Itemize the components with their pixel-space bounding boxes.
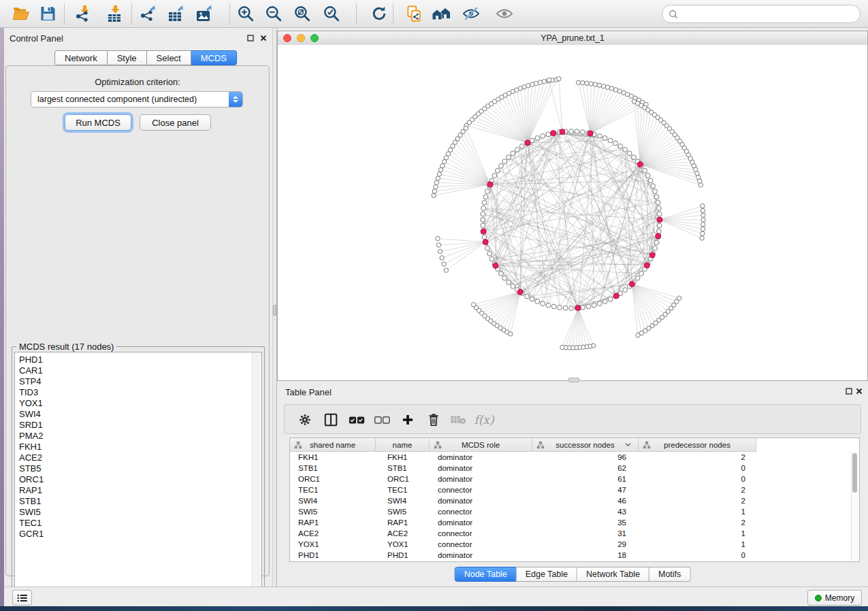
horizontal-splitter-grip[interactable]: [568, 378, 579, 382]
tab-style[interactable]: Style: [108, 50, 147, 65]
mcds-result-item[interactable]: FKH1: [15, 442, 252, 452]
vertical-splitter[interactable]: [272, 28, 277, 587]
run-mcds-button[interactable]: Run MCDS: [65, 114, 131, 131]
search-field[interactable]: [662, 5, 861, 23]
zoom-fit-icon[interactable]: [291, 3, 314, 24]
zoom-in-icon[interactable]: [234, 3, 257, 24]
import-table-icon[interactable]: [103, 3, 127, 24]
tab-mcds[interactable]: MCDS: [191, 50, 237, 65]
table-cell: STB1: [290, 463, 376, 474]
table-scrollbar-thumb[interactable]: [852, 453, 857, 493]
export-image-icon[interactable]: [193, 3, 216, 24]
fx-label: f(x): [474, 413, 494, 427]
table-row[interactable]: FKH1FKH1dominator962: [290, 452, 859, 463]
table-cell: TEC1: [290, 484, 376, 495]
table-cell: dominator: [430, 452, 532, 463]
mcds-result-item[interactable]: TEC1: [15, 518, 252, 529]
tab-network[interactable]: Network: [54, 50, 108, 65]
mcds-result-item[interactable]: SWI5: [15, 507, 252, 518]
mcds-result-listbox[interactable]: PHD1CAR1STP4TID3YOX1SWI4SRD1PMA2FKH1ACE2…: [14, 352, 262, 602]
tab-network-table[interactable]: Network Table: [577, 567, 649, 582]
mcds-result-item[interactable]: RAP1: [15, 485, 252, 496]
export-table-icon[interactable]: [165, 3, 189, 24]
tab-edge-table[interactable]: Edge Table: [517, 567, 577, 582]
zoom-out-icon[interactable]: [262, 3, 285, 24]
table-row[interactable]: TEC1TEC1connector472: [290, 484, 859, 495]
save-session-icon[interactable]: [36, 3, 59, 24]
network-view-title: YPA_prune.txt_1: [278, 33, 867, 43]
first-neighbors-icon[interactable]: [430, 3, 453, 24]
control-panel: Control Panel Network Style Select MCDS …: [4, 28, 272, 587]
vertical-splitter-grip[interactable]: [273, 305, 276, 316]
memory-button[interactable]: Memory: [807, 590, 862, 606]
mcds-result-item[interactable]: STB5: [15, 463, 252, 474]
table-cell: dominator: [430, 463, 532, 474]
close-panel-icon[interactable]: [259, 33, 268, 43]
refresh-view-icon[interactable]: [368, 3, 391, 24]
open-file-icon[interactable]: [10, 3, 33, 24]
mcds-result-item[interactable]: STP4: [15, 376, 252, 387]
table-row[interactable]: PHD1PHD1dominator180: [290, 550, 859, 561]
column-layout-icon[interactable]: [321, 410, 341, 430]
mcds-list-scrollbar[interactable]: [252, 352, 261, 601]
table-scrollbar[interactable]: [851, 452, 859, 561]
table-row[interactable]: SWI5SWI5connector431: [290, 506, 859, 517]
toolbar-separator: [229, 3, 230, 24]
table-cell: dominator: [430, 550, 532, 561]
table-row[interactable]: SWI4SWI4dominator462: [290, 495, 859, 506]
mcds-result-item[interactable]: STB1: [15, 496, 252, 507]
table-row[interactable]: RAP1RAP1dominator352: [290, 517, 859, 528]
mcds-result-item[interactable]: PHD1: [15, 354, 252, 365]
toolbar-separator: [64, 3, 65, 24]
column-header-shared-name[interactable]: shared name: [290, 438, 376, 452]
list-icon: [17, 593, 28, 603]
mcds-result-item[interactable]: CAR1: [15, 365, 252, 376]
close-table-panel-icon[interactable]: [854, 386, 864, 396]
tab-motifs[interactable]: Motifs: [649, 567, 690, 582]
column-header-name[interactable]: name: [376, 438, 430, 452]
table-cell: PHD1: [376, 550, 430, 561]
deselect-all-icon[interactable]: [372, 410, 392, 430]
delete-column-icon[interactable]: [423, 410, 444, 430]
task-history-button[interactable]: [12, 590, 32, 606]
hide-selected-icon[interactable]: [460, 3, 483, 24]
table-cell: dominator: [430, 495, 532, 506]
network-view-frame: YPA_prune.txt_1: [277, 31, 868, 381]
select-all-icon[interactable]: [347, 410, 367, 430]
mcds-result-item[interactable]: SRD1: [15, 420, 252, 431]
table-cell: 0: [639, 474, 756, 484]
import-network-icon[interactable]: [73, 3, 96, 24]
column-header-mcds-role[interactable]: MCDS role: [430, 438, 532, 452]
tab-node-table[interactable]: Node Table: [455, 567, 517, 582]
table-cell: 47: [532, 484, 639, 495]
mcds-result-item[interactable]: ORC1: [15, 474, 252, 485]
float-panel-icon[interactable]: [246, 33, 255, 43]
attribute-icon: [294, 441, 302, 449]
column-header-successor-nodes[interactable]: successor nodes: [532, 438, 639, 452]
tab-select[interactable]: Select: [147, 50, 191, 65]
search-input[interactable]: [682, 9, 860, 20]
network-view-titlebar[interactable]: YPA_prune.txt_1: [278, 31, 867, 46]
copy-network-icon[interactable]: [402, 3, 425, 24]
export-network-icon[interactable]: [138, 3, 161, 24]
settings-gear-icon[interactable]: [295, 410, 315, 430]
mcds-result-item[interactable]: SWI4: [15, 409, 252, 420]
table-cell: 29: [532, 539, 639, 550]
add-column-icon[interactable]: [398, 410, 418, 430]
mcds-result-item[interactable]: ACE2: [15, 452, 252, 463]
mcds-result-item[interactable]: YOX1: [15, 398, 252, 409]
show-all-icon[interactable]: [493, 3, 516, 24]
mcds-result-item[interactable]: GCR1: [15, 529, 252, 540]
table-row[interactable]: ORC1ORC1dominator610: [290, 474, 859, 484]
column-header-predecessor-nodes[interactable]: predecessor nodes: [639, 438, 756, 452]
mcds-result-item[interactable]: PMA2: [15, 431, 252, 442]
close-panel-button[interactable]: Close panel: [140, 114, 211, 131]
network-graph[interactable]: [278, 45, 867, 380]
mcds-result-item[interactable]: TID3: [15, 387, 252, 398]
table-row[interactable]: ACE2ACE2connector311: [290, 528, 859, 539]
zoom-selected-icon[interactable]: [320, 3, 343, 24]
float-table-panel-icon[interactable]: [844, 386, 854, 396]
table-row[interactable]: YOX1YOX1connector291: [290, 539, 859, 550]
criterion-dropdown[interactable]: largest connected component (undirected): [31, 91, 243, 108]
table-row[interactable]: STB1STB1dominator620: [290, 463, 859, 474]
